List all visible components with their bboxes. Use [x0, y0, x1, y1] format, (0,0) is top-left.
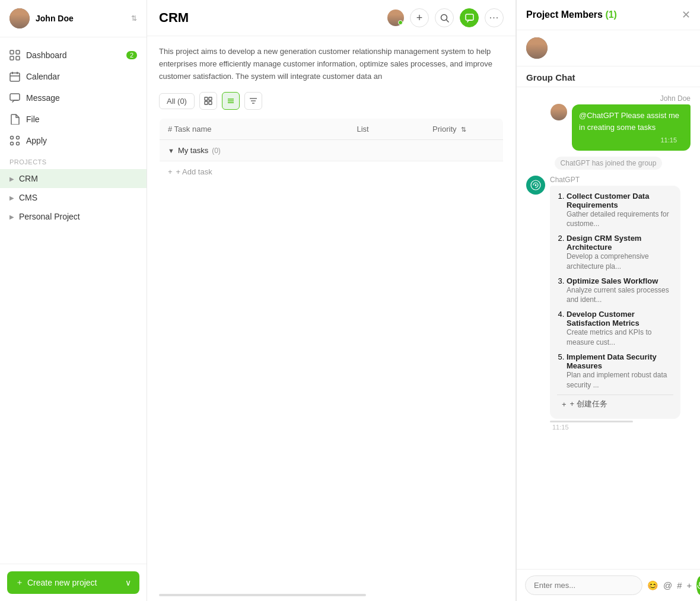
- my-tasks-section-row: ▼ My tasks (0): [160, 140, 504, 161]
- svg-rect-3: [16, 56, 20, 60]
- chat-button[interactable]: [460, 8, 479, 27]
- arrow-right-icon-personal: ▶: [9, 214, 14, 220]
- toggle-arrow-icon: ▼: [168, 147, 174, 154]
- attachment-button[interactable]: +: [687, 577, 692, 594]
- chevron-down-icon: ∨: [125, 578, 131, 587]
- system-msg-row: ChatGPT has joined the group: [526, 157, 691, 170]
- main-header: CRM + ···: [147, 0, 516, 36]
- chat-messages[interactable]: John Doe @ChatGPT Please assist me in cr…: [517, 87, 700, 569]
- list-view-button[interactable]: [222, 92, 240, 110]
- chevron-updown-icon[interactable]: ⇅: [131, 14, 137, 23]
- main-content: CRM + ··· This project aims: [147, 0, 516, 601]
- msg-content-1: @ChatGPT Please assist me in creating so…: [579, 111, 679, 132]
- filter-bar: All (0): [159, 92, 504, 110]
- create-tasks-label: + 创建任务: [570, 399, 607, 409]
- section-toggle[interactable]: ▼ My tasks (0): [168, 146, 341, 155]
- file-icon: [9, 114, 20, 125]
- chatgpt-sender: ChatGPT: [550, 176, 680, 184]
- svg-rect-8: [10, 94, 20, 100]
- chat-icon: [465, 14, 474, 23]
- file-label: File: [26, 115, 40, 124]
- user-avatar-wrap: [9, 8, 30, 28]
- create-project-button[interactable]: ＋ Create new project ∨: [7, 571, 139, 594]
- task-item-5: Implement Data Security Measures Plan an…: [567, 352, 673, 390]
- sidebar-item-message[interactable]: Message: [0, 87, 147, 109]
- more-options-button[interactable]: ···: [485, 8, 504, 27]
- chat-input[interactable]: [525, 575, 642, 595]
- mic-icon: [696, 581, 700, 590]
- close-panel-button[interactable]: ✕: [682, 8, 691, 21]
- message-row-1: John Doe @ChatGPT Please assist me in cr…: [526, 94, 691, 151]
- project-title: CRM: [159, 10, 380, 26]
- col-priority: Priority ⇅: [424, 119, 503, 140]
- right-panel: Project Members (1) ✕ Group Chat John Do…: [516, 0, 700, 601]
- sidebar-footer: ＋ Create new project ∨: [0, 564, 147, 601]
- task-item-2: Design CRM System Architecture Develop a…: [567, 234, 673, 272]
- add-member-button[interactable]: +: [410, 8, 429, 27]
- add-task-button[interactable]: + + Add task: [168, 167, 341, 176]
- section-label: My tasks: [178, 146, 208, 155]
- col-list: List: [349, 119, 425, 140]
- panel-title: Project Members (1): [526, 9, 677, 20]
- message-row-2: ChatGPT Collect Customer Data Requiremen…: [526, 176, 691, 431]
- sidebar: John Doe ⇅ Dashboard 2: [0, 0, 147, 601]
- msg-time-1: 11:15: [579, 135, 683, 145]
- send-button[interactable]: [696, 576, 700, 595]
- msg-avatar-1: [551, 104, 567, 120]
- search-icon: [440, 14, 449, 23]
- emoji-button[interactable]: 😊: [647, 577, 658, 594]
- task-item-3: Optimize Sales Workflow Analyze current …: [567, 276, 673, 306]
- grid-icon: [9, 50, 20, 61]
- my-tasks-cell: ▼ My tasks (0): [160, 140, 349, 161]
- svg-line-14: [446, 20, 448, 22]
- svg-rect-17: [209, 97, 212, 100]
- sidebar-item-dashboard[interactable]: Dashboard 2: [0, 44, 147, 66]
- list-view-icon: [227, 97, 235, 105]
- sidebar-item-cms[interactable]: ▶ CMS: [0, 188, 147, 207]
- task-count: (0): [212, 147, 221, 155]
- main-body: This project aims to develop a new gener…: [147, 36, 516, 592]
- svg-rect-0: [10, 50, 14, 54]
- horizontal-scrollbar[interactable]: [159, 594, 366, 596]
- user-avatar-header-wrap: [387, 9, 404, 26]
- member-count: (1): [605, 9, 617, 20]
- grid-view-button[interactable]: [199, 92, 217, 110]
- all-filter-button[interactable]: All (0): [159, 93, 195, 109]
- add-task-label: + Add task: [176, 167, 212, 176]
- apply-label: Apply: [26, 136, 47, 145]
- sidebar-item-file[interactable]: File: [0, 109, 147, 130]
- panel-members: [517, 30, 700, 66]
- personal-label: Personal Project: [19, 212, 80, 221]
- svg-point-11: [11, 142, 14, 145]
- grid-view-icon: [204, 97, 212, 105]
- priority-sort-icon[interactable]: ⇅: [461, 126, 466, 133]
- sidebar-item-personal[interactable]: ▶ Personal Project: [0, 207, 147, 226]
- svg-rect-4: [10, 73, 20, 81]
- hashtag-button[interactable]: #: [677, 577, 682, 594]
- online-status-dot: [398, 20, 403, 25]
- create-tasks-button[interactable]: + + 创建任务: [557, 395, 673, 413]
- member-avatar: [526, 37, 548, 59]
- search-button[interactable]: [435, 8, 454, 27]
- sidebar-item-calendar[interactable]: Calendar: [0, 66, 147, 87]
- table-header: # Task name List Priority ⇅: [160, 119, 504, 140]
- panel-header: Project Members (1) ✕: [517, 0, 700, 30]
- add-task-cell: + + Add task: [160, 161, 349, 183]
- sidebar-username: John Doe: [36, 14, 125, 23]
- group-chat-section: Group Chat: [517, 66, 700, 87]
- mention-button[interactable]: @: [663, 577, 672, 594]
- filter-icon: [249, 97, 257, 105]
- filter-view-button[interactable]: [244, 92, 262, 110]
- arrow-right-icon: ▶: [9, 176, 14, 182]
- sidebar-item-crm[interactable]: ▶ CRM: [0, 169, 147, 188]
- crm-label: CRM: [19, 174, 38, 183]
- message-label: Message: [26, 93, 60, 103]
- msg-bubble-1: @ChatGPT Please assist me in creating so…: [572, 104, 691, 151]
- project-description: This project aims to develop a new gener…: [159, 46, 504, 82]
- chatgpt-icon: [530, 180, 541, 190]
- msg-time-2: 11:15: [550, 424, 680, 431]
- header-icons: + ···: [387, 8, 504, 27]
- sidebar-item-apply[interactable]: Apply: [0, 130, 147, 151]
- task-list-message: Collect Customer Data Requirements Gathe…: [550, 186, 680, 419]
- task-item-4: Develop Customer Satisfaction Metrics Cr…: [567, 310, 673, 348]
